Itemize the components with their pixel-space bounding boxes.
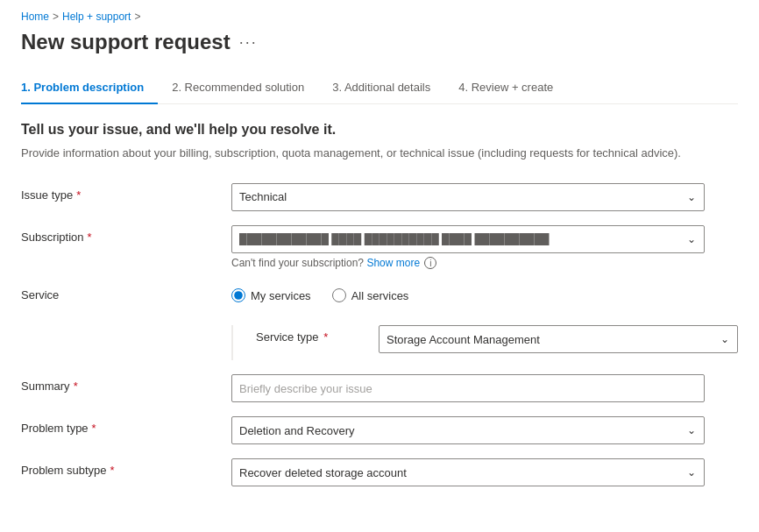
problem-subtype-label: Problem subtype * — [21, 458, 231, 477]
summary-control — [231, 374, 705, 402]
service-radio-group: My services All services — [231, 283, 705, 302]
service-my-label: My services — [251, 289, 311, 302]
subscription-dropdown-wrapper: ████████████ ████ ██████████ ████ ██████… — [231, 225, 705, 253]
form-description: Provide information about your billing, … — [21, 145, 738, 162]
problem-subtype-row: Problem subtype * Recover deleted storag… — [21, 458, 738, 486]
form-main-title: Tell us your issue, and we'll help you r… — [21, 122, 738, 138]
subscription-hint: Can't find your subscription? Show more … — [231, 257, 705, 270]
page-title: New support request — [21, 30, 231, 54]
problem-type-select[interactable]: Deletion and Recovery Performance Config… — [231, 416, 705, 444]
problem-subtype-select[interactable]: Recover deleted storage account Recover … — [231, 458, 705, 486]
service-type-control: Storage Account Management Virtual Machi… — [379, 325, 738, 353]
service-type-inner: Service type * Storage Account Managemen… — [231, 325, 738, 360]
problem-type-required: * — [92, 422, 96, 435]
subscription-label: Subscription * — [21, 225, 231, 244]
problem-subtype-required: * — [110, 464, 115, 477]
service-type-label: Service type * — [256, 325, 379, 344]
show-more-link[interactable]: Show more — [366, 257, 420, 269]
issue-type-required: * — [76, 188, 81, 202]
summary-row: Summary * — [21, 374, 738, 402]
summary-input[interactable] — [231, 374, 705, 402]
indent-bar — [231, 325, 249, 360]
step-2[interactable]: 2. Recommended solution — [158, 72, 318, 104]
breadcrumb-sep2: > — [134, 11, 140, 23]
problem-subtype-control: Recover deleted storage account Recover … — [231, 458, 705, 486]
summary-required: * — [74, 379, 78, 393]
breadcrumb-help[interactable]: Help + support — [62, 11, 131, 23]
subscription-row: Subscription * ████████████ ████ ███████… — [21, 225, 738, 270]
service-all-label: All services — [351, 289, 409, 302]
subscription-select[interactable]: ████████████ ████ ██████████ ████ ██████… — [231, 225, 705, 253]
subscription-control: ████████████ ████ ██████████ ████ ██████… — [231, 225, 705, 270]
service-control: My services All services — [231, 283, 705, 302]
service-label: Service — [21, 283, 231, 301]
problem-subtype-dropdown-wrapper: Recover deleted storage account Recover … — [231, 458, 705, 486]
breadcrumb-sep1: > — [53, 11, 59, 23]
page-title-menu[interactable]: ··· — [239, 33, 258, 52]
issue-type-row: Issue type * Technical Billing Quota Sub… — [21, 183, 738, 211]
page-title-container: New support request ··· — [21, 30, 738, 54]
service-type-section: Service type * Storage Account Managemen… — [21, 325, 738, 360]
problem-type-label: Problem type * — [21, 416, 231, 435]
service-my-option[interactable]: My services — [231, 288, 311, 302]
issue-type-select[interactable]: Technical Billing Quota Subscription Man… — [231, 183, 705, 211]
steps-bar: 1. Problem description 2. Recommended so… — [21, 72, 738, 104]
service-my-radio[interactable] — [231, 288, 245, 302]
breadcrumb: Home > Help + support > — [21, 0, 738, 30]
service-type-dropdown-wrapper: Storage Account Management Virtual Machi… — [379, 325, 738, 353]
step-3[interactable]: 3. Additional details — [318, 72, 444, 104]
summary-label: Summary * — [21, 374, 231, 393]
service-row: Service My services All services — [21, 283, 738, 311]
issue-type-control: Technical Billing Quota Subscription Man… — [231, 183, 705, 211]
service-all-option[interactable]: All services — [332, 288, 409, 302]
breadcrumb-home[interactable]: Home — [21, 11, 49, 23]
service-all-radio[interactable] — [332, 288, 346, 302]
subscription-required: * — [88, 231, 92, 244]
issue-type-dropdown-wrapper: Technical Billing Quota Subscription Man… — [231, 183, 705, 211]
service-type-select[interactable]: Storage Account Management Virtual Machi… — [379, 325, 738, 353]
step-4[interactable]: 4. Review + create — [444, 72, 567, 104]
service-type-required: * — [323, 330, 328, 344]
problem-type-row: Problem type * Deletion and Recovery Per… — [21, 416, 738, 444]
info-icon[interactable]: i — [424, 257, 436, 269]
issue-type-label: Issue type * — [21, 183, 231, 202]
problem-type-control: Deletion and Recovery Performance Config… — [231, 416, 705, 444]
step-1[interactable]: 1. Problem description — [21, 72, 158, 104]
problem-type-dropdown-wrapper: Deletion and Recovery Performance Config… — [231, 416, 705, 444]
